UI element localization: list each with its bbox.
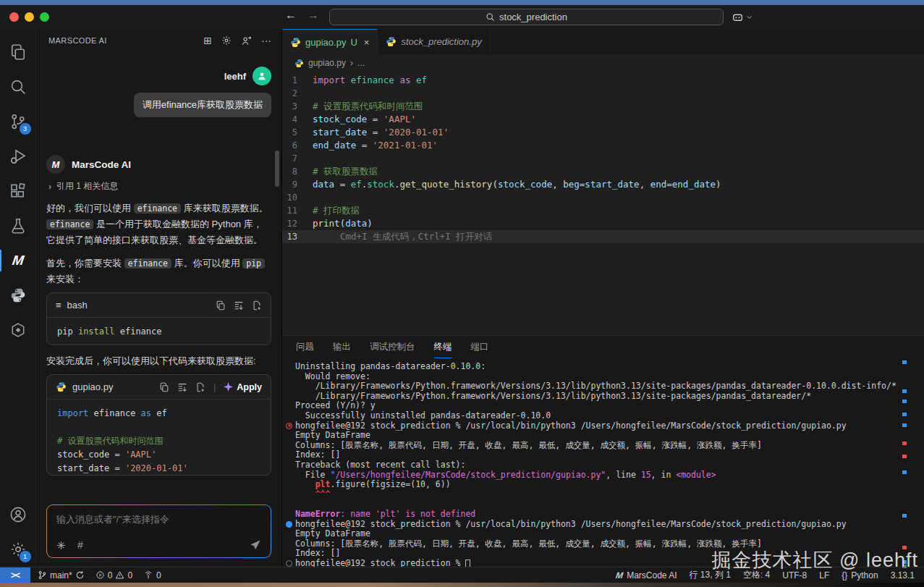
command-decoration-error[interactable] (286, 423, 292, 429)
command-center-search[interactable]: stock_prediction (329, 9, 724, 25)
feedback-icon[interactable] (241, 35, 252, 46)
panel-tab-output[interactable]: 输出 (333, 336, 351, 358)
terminal-line: Index: [] (295, 450, 898, 460)
user-name: leehf (224, 71, 246, 82)
problems-status[interactable]: 0 0 (96, 570, 132, 580)
sparkle-icon (224, 382, 233, 392)
close-window-button[interactable] (9, 12, 19, 22)
sidebar-item-run-debug[interactable] (0, 139, 36, 174)
sidebar-item-extensions[interactable] (0, 174, 36, 208)
account-button[interactable] (0, 497, 36, 532)
sidebar-item-extension-hex[interactable] (0, 313, 36, 347)
breadcrumb[interactable]: gupiao.py › ... (282, 54, 924, 72)
python-icon (386, 36, 397, 47)
sidebar-item-marscode-ai[interactable]: M (0, 243, 36, 278)
sidebar-item-explorer[interactable] (0, 35, 36, 69)
tab-label: stock_prediction.py (401, 36, 481, 47)
search-icon (486, 12, 495, 22)
new-chat-icon[interactable]: ⊞ (203, 35, 212, 46)
broadcast-status[interactable]: 0 (143, 570, 161, 580)
command-decoration-ok[interactable] (286, 521, 292, 528)
code-editor[interactable]: 1import efinance as ef23# 设置股票代码和时间范围4st… (282, 72, 924, 335)
terminal-line: Traceback (most recent call last): (295, 460, 898, 470)
explorer-icon (9, 43, 27, 61)
marscode-icon: M (11, 253, 25, 269)
copy-icon[interactable] (159, 382, 169, 392)
bottom-panel: 问题 输出 调试控制台 终端 端口 Uninstalling pandas-da… (282, 335, 924, 567)
insert-at-cursor-icon[interactable] (177, 382, 187, 392)
tab-stock-prediction[interactable]: stock_prediction.py (378, 29, 490, 54)
sidebar-item-python[interactable] (0, 278, 36, 313)
code-block-header: ≡ bash (47, 293, 271, 318)
editor-line: 5start_date = '2020-01-01' (282, 126, 924, 139)
new-file-icon[interactable] (195, 382, 205, 392)
minimize-window-button[interactable] (25, 12, 34, 22)
error-count: 0 (108, 570, 113, 580)
back-icon[interactable]: ← (285, 9, 297, 22)
assistant-paragraph: 安装完成后，你可以使用以下代码来获取股票数据: (46, 353, 271, 368)
python-icon (56, 381, 67, 392)
panel-tab-debug-console[interactable]: 调试控制台 (370, 336, 415, 358)
sidebar-item-source-control[interactable]: 3 (0, 104, 36, 139)
panel-tab-ports[interactable]: 端口 (471, 336, 489, 358)
remote-indicator[interactable]: >< (0, 567, 30, 583)
terminal-overview-mark (902, 400, 907, 403)
apply-button[interactable]: Apply (224, 382, 262, 392)
sidebar-scrollbar[interactable] (275, 151, 279, 187)
insert-at-cursor-icon[interactable] (234, 300, 244, 311)
copy-icon[interactable] (216, 300, 226, 311)
marscode-status[interactable]: M MarsCode AI (616, 570, 677, 580)
terminal-cursor (465, 559, 470, 567)
commands-sparkle-icon[interactable] (56, 541, 66, 550)
git-branch-icon (38, 570, 47, 580)
close-icon[interactable]: × (364, 37, 370, 48)
settings-button[interactable]: 1 (0, 532, 36, 567)
copilot-menu[interactable] (732, 11, 753, 23)
panel-title: MARSCODE AI (48, 36, 107, 45)
panel-settings-icon[interactable] (221, 35, 232, 46)
bash-code-block: ≡ bash (46, 292, 271, 345)
python-icon (290, 37, 301, 48)
assistant-name: MarsCode AI (72, 159, 131, 170)
panel-tab-problems[interactable]: 问题 (296, 336, 314, 358)
sidebar-item-testing[interactable] (0, 208, 36, 243)
command-decoration-pending[interactable] (286, 560, 292, 567)
tab-gupiao[interactable]: gupiao.py U × (282, 29, 378, 54)
marscode-icon: M (615, 570, 624, 580)
more-icon[interactable]: ··· (261, 35, 271, 46)
branch-name: main* (50, 570, 72, 580)
broadcast-tower-icon (143, 570, 153, 580)
sidebar-item-search[interactable] (0, 69, 36, 104)
maximize-window-button[interactable] (40, 12, 49, 22)
inline-code: efinance (46, 219, 93, 229)
panel-tab-terminal[interactable]: 终端 (434, 336, 452, 358)
context-hash-icon[interactable]: # (77, 539, 83, 551)
forward-icon[interactable]: → (308, 9, 319, 22)
warning-icon (115, 570, 124, 580)
editor-line: 9data = ef.stock.get_quote_history(stock… (282, 178, 924, 191)
new-file-icon[interactable] (252, 300, 262, 311)
send-icon[interactable] (250, 539, 261, 551)
chat-transcript[interactable]: leehf 调用efinance库获取股票数据 M MarsCode AI › … (36, 52, 281, 499)
terminal-line: Successfully uninstalled pandas-dataread… (295, 411, 898, 421)
extensions-icon (9, 182, 27, 200)
chevron-down-icon (746, 14, 753, 20)
assistant-paragraph: 好的，我们可以使用 efinance 库来获取股票数据。efinance 是一个… (46, 200, 271, 248)
breadcrumb-file: gupiao.py (308, 58, 346, 68)
code-block-body: import efinance as ef # 设置股票代码和时间范围stock… (47, 400, 271, 476)
assistant-paragraph: 首先，你需要安装 efinance 库。你可以使用 pip 来安装： (46, 256, 271, 287)
terminal-line: hongfeilee@192 stock_prediction % /usr/l… (295, 520, 898, 530)
reference-toggle[interactable]: › 引用 1 相关信息 (46, 180, 271, 193)
editor-line: 1import efinance as ef (282, 74, 924, 87)
nav-arrows: ← → (285, 9, 319, 22)
editor-line: 8# 获取股票数据 (282, 165, 924, 178)
branch-status[interactable]: main* (38, 570, 85, 580)
terminal-line: Empty DataFrame (295, 431, 898, 441)
code-line: import efinance as ef (57, 407, 260, 421)
terminal-overview-mark (902, 514, 907, 518)
terminal-overview-mark (902, 360, 907, 364)
code-line: # 设置股票代码和时间范围 (57, 434, 260, 448)
tab-bar: gupiao.py U × stock_prediction.py (282, 29, 924, 54)
terminal[interactable]: Uninstalling pandas-datareader-0.10.0: W… (282, 358, 924, 567)
chat-input[interactable]: 输入消息或者"/"来选择指令 # (47, 505, 271, 557)
